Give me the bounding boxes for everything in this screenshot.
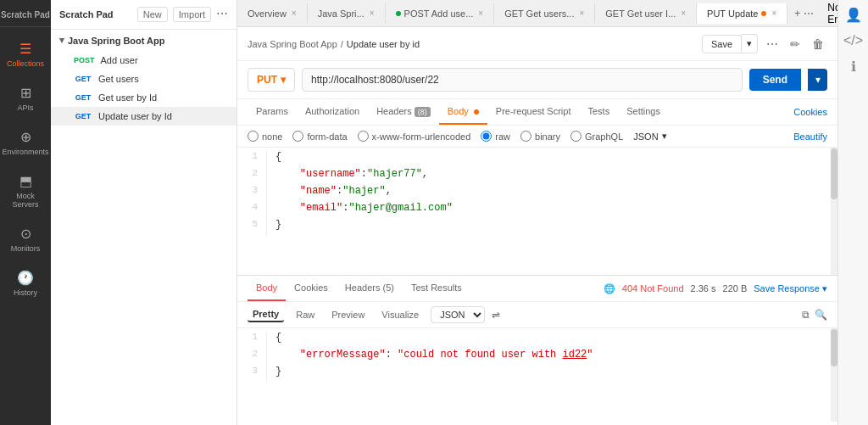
- edit-icon[interactable]: ✏: [787, 34, 804, 53]
- resp-view-pretty[interactable]: Pretty: [248, 307, 284, 322]
- method-label: PUT: [257, 74, 277, 86]
- resp-scrollbar-thumb[interactable]: [831, 329, 837, 366]
- code-icon[interactable]: </>: [843, 33, 863, 48]
- tab-update-user[interactable]: PUT Update ×: [697, 3, 787, 24]
- delete-icon[interactable]: 🗑: [809, 34, 827, 53]
- option-raw[interactable]: raw: [481, 131, 510, 142]
- status-code: 404 Not Found: [622, 283, 684, 294]
- save-button[interactable]: Save: [702, 35, 742, 53]
- response-section: Body Cookies Headers (5) Test Results 🌐 …: [237, 275, 837, 422]
- breadcrumb-actions: Save ▾ ⋯ ✏ 🗑: [702, 34, 827, 53]
- tab-settings-label: Settings: [626, 106, 660, 116]
- tab-headers[interactable]: Headers(8): [368, 99, 439, 125]
- scrollbar-thumb[interactable]: [831, 148, 837, 199]
- sidebar-item-label: Collections: [7, 59, 44, 68]
- tab-get-users[interactable]: GET Get users... ×: [494, 3, 595, 24]
- resp-view-preview[interactable]: Preview: [326, 308, 370, 322]
- tab-authorization[interactable]: Authorization: [297, 99, 368, 125]
- resp-format-select[interactable]: JSON: [431, 306, 485, 323]
- close-icon[interactable]: ×: [771, 8, 776, 18]
- profile-icon[interactable]: 👤: [845, 7, 862, 23]
- vertical-scrollbar[interactable]: [831, 148, 837, 275]
- code-line: 1 {: [237, 151, 837, 168]
- cookies-link[interactable]: Cookies: [793, 107, 827, 117]
- send-button[interactable]: Send: [749, 69, 801, 91]
- panel-more-icon[interactable]: ⋯: [216, 7, 228, 22]
- chevron-icon: ▾: [59, 35, 64, 46]
- sidebar-item-apis[interactable]: ⊞ APIs: [3, 78, 47, 119]
- resp-view-visualize[interactable]: Visualize: [376, 308, 424, 322]
- save-dropdown-button[interactable]: ▾: [742, 34, 758, 53]
- add-tab-icon[interactable]: +: [794, 8, 800, 20]
- option-graphql[interactable]: GraphQL: [570, 131, 623, 142]
- save-response-button[interactable]: Save Response ▾: [754, 283, 827, 294]
- close-icon[interactable]: ×: [579, 8, 584, 18]
- collection-name[interactable]: ▾ Java Spring Boot App: [51, 30, 236, 51]
- body-options: none form-data x-www-form-urlencoded raw…: [237, 126, 837, 148]
- resp-tab-cookies[interactable]: Cookies: [286, 276, 337, 301]
- tab-add-user[interactable]: POST Add use... ×: [386, 3, 495, 24]
- tab-label: GET Get users...: [504, 8, 574, 19]
- send-dropdown-button[interactable]: ▾: [808, 69, 827, 91]
- close-icon[interactable]: ×: [292, 8, 297, 18]
- sidebar-item-collections[interactable]: ☰ Collections: [3, 34, 47, 75]
- method-badge-get2: GET: [71, 92, 95, 103]
- url-bar: PUT ▾ Send ▾: [237, 61, 837, 99]
- collection-title: Java Spring Boot App: [68, 36, 165, 46]
- option-binary[interactable]: binary: [520, 131, 560, 142]
- sidebar-item-mock-servers[interactable]: ⬒ Mock Servers: [3, 166, 47, 215]
- resp-code-line: 2 "errorMessage": "could not found user …: [237, 349, 837, 366]
- copy-icon[interactable]: ⧉: [802, 309, 810, 321]
- option-urlencoded[interactable]: x-www-form-urlencoded: [358, 131, 471, 142]
- more-options-button[interactable]: ⋯: [763, 34, 782, 53]
- resp-tab-test-results[interactable]: Test Results: [403, 276, 470, 301]
- sidebar-item-history[interactable]: 🕐 History: [3, 263, 47, 304]
- option-none[interactable]: none: [248, 131, 282, 142]
- method-selector[interactable]: PUT ▾: [248, 68, 295, 92]
- url-input[interactable]: [302, 68, 743, 92]
- method-badge-post: POST: [71, 55, 97, 65]
- tab-params-label: Params: [256, 106, 288, 116]
- environment-selector[interactable]: No Environment ▾: [821, 2, 837, 25]
- tab-overview[interactable]: Overview ×: [237, 3, 308, 24]
- sidebar-item-monitors[interactable]: ⊙ Monitors: [3, 219, 47, 260]
- sidebar-item-environments[interactable]: ⊕ Environments: [3, 122, 47, 163]
- close-icon[interactable]: ×: [370, 8, 375, 18]
- tab-settings[interactable]: Settings: [618, 99, 669, 125]
- resp-tab-headers[interactable]: Headers (5): [337, 276, 403, 301]
- resp-format-icon[interactable]: ⇌: [492, 309, 500, 321]
- close-icon[interactable]: ×: [681, 8, 686, 18]
- format-selector[interactable]: JSON ▾: [633, 131, 666, 142]
- option-form-data[interactable]: form-data: [292, 131, 347, 142]
- tab-java-spring[interactable]: Java Spri... ×: [308, 3, 386, 24]
- info-icon[interactable]: ℹ: [851, 59, 856, 75]
- resp-code-line: 3 }: [237, 366, 837, 383]
- tab-get-user[interactable]: GET Get user I... ×: [595, 3, 697, 24]
- resp-view-raw[interactable]: Raw: [291, 308, 320, 322]
- response-time: 2.36 s: [691, 283, 716, 294]
- format-label: JSON: [633, 131, 658, 142]
- tab-label: GET Get user I...: [605, 8, 676, 19]
- search-icon[interactable]: 🔍: [815, 309, 827, 321]
- tree-item-get-users[interactable]: GET Get users: [51, 70, 236, 88]
- tree-item-get-user-by-id[interactable]: GET Get user by Id: [51, 88, 236, 107]
- tab-tests[interactable]: Tests: [580, 99, 619, 125]
- more-tabs-icon[interactable]: ⋯: [804, 8, 814, 20]
- beautify-button[interactable]: Beautify: [793, 131, 827, 142]
- tab-body[interactable]: Body: [439, 99, 487, 125]
- resp-tab-body[interactable]: Body: [248, 276, 286, 301]
- import-button[interactable]: Import: [173, 7, 211, 22]
- response-scrollbar[interactable]: [831, 328, 837, 422]
- close-icon[interactable]: ×: [478, 8, 483, 18]
- new-button[interactable]: New: [137, 7, 168, 22]
- method-dot: [396, 11, 401, 16]
- tab-label: PUT Update: [707, 8, 758, 19]
- body-dot: [474, 109, 479, 115]
- panel-header: Scratch Pad New Import ⋯: [51, 0, 236, 30]
- tab-params[interactable]: Params: [248, 99, 297, 125]
- tab-pre-request[interactable]: Pre-request Script: [487, 99, 580, 125]
- method-badge-get: GET: [71, 74, 95, 84]
- tree-item-add-user[interactable]: POST Add user: [51, 51, 236, 70]
- tree-item-update-user[interactable]: GET Update user by Id: [51, 107, 236, 126]
- scratch-pad-title: Scratch Pad: [59, 9, 114, 20]
